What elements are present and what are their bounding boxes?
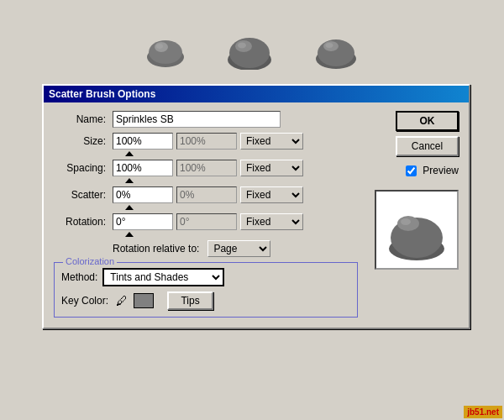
spacing-method-dropdown[interactable]: Fixed Random Pressure (240, 160, 303, 176)
rotation-relative-row: Rotation relative to: Page Path (54, 240, 358, 257)
dialog-form: Name: Size: Fixed Random Pressure (54, 111, 358, 318)
scatter-arrow-up[interactable] (125, 205, 134, 210)
tips-button[interactable]: Tips (167, 291, 213, 310)
spacing-arrow-row (54, 178, 358, 183)
svg-point-15 (401, 218, 411, 225)
dialog-body: Name: Size: Fixed Random Pressure (44, 102, 469, 328)
preview-row: Preview (406, 165, 459, 176)
rotation-input1[interactable] (113, 213, 173, 230)
size-arrow-up[interactable] (125, 151, 134, 156)
rotation-relative-label: Rotation relative to: (113, 243, 204, 255)
spacing-label: Spacing: (54, 162, 113, 174)
colorization-legend: Colorization (63, 256, 117, 266)
spacing-arrow-up[interactable] (125, 178, 134, 183)
dialog-titlebar: Scatter Brush Options (44, 86, 469, 102)
rotation-relative-dropdown[interactable]: Page Path (207, 240, 270, 257)
rotation-inputs: Fixed Random Pressure (113, 213, 303, 230)
eyedropper-icon[interactable]: 🖊 (115, 294, 129, 307)
preview-checkbox[interactable] (406, 165, 417, 176)
rotation-label: Rotation: (54, 216, 113, 228)
size-row: Size: Fixed Random Pressure (54, 133, 358, 150)
spacing-inputs: Fixed Random Pressure (113, 160, 303, 176)
scatter-arrow-row (54, 205, 358, 210)
cancel-button[interactable]: Cancel (396, 136, 459, 156)
watermark: jb51.net (464, 406, 502, 418)
size-input1[interactable] (113, 133, 173, 150)
key-color-label: Key Color: (61, 295, 108, 307)
key-color-row: Key Color: 🖊 Tips (61, 291, 350, 310)
dialog-title: Scatter Brush Options (49, 88, 155, 100)
method-label: Method: (61, 271, 97, 283)
rotation-arrow-up[interactable] (125, 232, 134, 237)
scatter-input2 (176, 186, 237, 203)
spacing-input1[interactable] (113, 160, 173, 176)
spacing-input2 (176, 160, 237, 176)
spacing-row: Spacing: Fixed Random Pressure (54, 160, 358, 176)
preview-box (375, 190, 459, 270)
method-dropdown[interactable]: None Tints Tints and Shades Hue Shift (102, 268, 224, 286)
brush-preview-medium (223, 31, 277, 70)
preview-label: Preview (423, 165, 459, 176)
svg-point-3 (156, 44, 163, 49)
scatter-input1[interactable] (113, 186, 173, 203)
scatter-inputs: Fixed Random Pressure (113, 186, 303, 203)
name-label: Name: (54, 113, 113, 125)
colorization-section: Colorization Method: None Tints Tints an… (54, 262, 358, 318)
brush-preview-small (143, 34, 189, 67)
scatter-label: Scatter: (54, 189, 113, 201)
method-row: Method: None Tints Tints and Shades Hue … (61, 268, 350, 286)
key-color-swatch[interactable] (134, 293, 154, 308)
scatter-row: Scatter: Fixed Random Pressure (54, 186, 358, 203)
ok-button[interactable]: OK (396, 111, 459, 131)
name-row: Name: (54, 111, 358, 128)
brush-preview-large (311, 32, 361, 69)
rotation-arrow-row (54, 232, 358, 237)
size-method-dropdown[interactable]: Fixed Random Pressure (240, 133, 303, 150)
dialog-right-panel: OK Cancel Preview (366, 111, 459, 318)
svg-point-7 (238, 43, 246, 49)
name-input[interactable] (113, 111, 281, 128)
size-arrow-row (54, 151, 358, 156)
top-preview-area (0, 0, 504, 92)
size-inputs: Fixed Random Pressure (113, 133, 303, 150)
scatter-method-dropdown[interactable]: Fixed Random Pressure (240, 186, 303, 203)
rotation-input2 (176, 213, 237, 230)
rotation-method-dropdown[interactable]: Fixed Random Pressure (240, 213, 303, 230)
size-input2 (176, 133, 237, 150)
scatter-brush-dialog: Scatter Brush Options Name: Size: Fixed … (42, 84, 470, 329)
size-label: Size: (54, 135, 113, 147)
rotation-row: Rotation: Fixed Random Pressure (54, 213, 358, 230)
svg-point-11 (326, 43, 333, 48)
